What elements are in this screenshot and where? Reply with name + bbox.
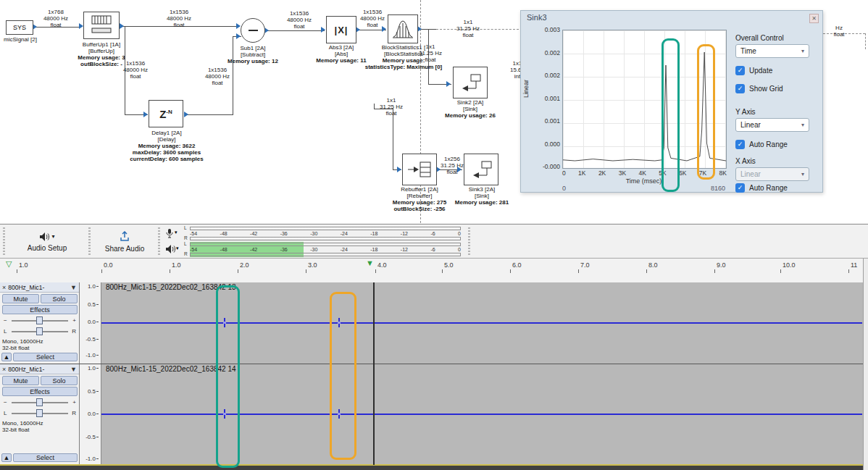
pan-left-label: L	[4, 410, 7, 416]
bufferup-icon	[87, 14, 116, 36]
toolbar-grip[interactable]	[468, 227, 470, 255]
track-2-control-panel: × 800Hz_Mic1- ▼ Mute Solo Effects − + L …	[0, 364, 80, 464]
playback-meter[interactable]: ▾ L R -54 -48 -42 -36 -30 -24 -18 -12 -6	[165, 242, 464, 257]
audio-setup-button[interactable]: ▾ Audio Setup	[10, 227, 84, 256]
pan-slider-thumb[interactable]	[36, 409, 43, 417]
db-label: -36	[280, 246, 288, 253]
track-close-button[interactable]: ×	[2, 283, 6, 292]
track-name[interactable]: 800Hz_Mic1-	[8, 366, 68, 373]
show-grid-checkbox[interactable]: ✓	[735, 84, 745, 93]
update-checkbox-row: ✓ Update	[735, 66, 772, 75]
collapse-button[interactable]: ▲	[1, 353, 12, 361]
playhead-icon[interactable]: ▼	[366, 259, 374, 267]
record-meter[interactable]: ▾ L R -54 -48 -42 -36 -30 -24 -18 -12 -6…	[165, 226, 464, 241]
gain-slider[interactable]: − +	[2, 398, 78, 407]
y-tick: 0.002	[545, 49, 560, 56]
y-scale-dropdown[interactable]: Linear ▾	[735, 118, 809, 132]
delay-block[interactable]: Z-N	[149, 100, 183, 127]
wire-label: 1x25631.25 Hzfloat	[435, 156, 470, 175]
track-1-vertical-ruler[interactable]: 1.0 0.5 0.0 -0.5 -1.0	[80, 282, 101, 364]
amp-tick: -0.5	[85, 336, 99, 343]
db-label: -42	[250, 230, 257, 237]
check-icon: ✓	[738, 140, 743, 148]
audio-setup-label: Audio Setup	[28, 244, 67, 252]
sink3-caption: Sink3 [2A][Sink]Memory usage: 281	[447, 186, 517, 206]
x-range-min: 0	[562, 185, 566, 192]
sys-input-block[interactable]: SYS	[6, 20, 33, 35]
pan-right-label: R	[72, 328, 76, 335]
effects-button[interactable]: Effects	[2, 387, 78, 396]
collapse-button[interactable]: ▲	[1, 453, 12, 462]
track-header[interactable]: × 800Hz_Mic1- ▼	[0, 282, 79, 293]
rebuffer-block[interactable]	[402, 154, 437, 185]
x-scale-dropdown[interactable]: Linear ▾	[735, 167, 809, 181]
vertical-scrollbar[interactable]	[863, 259, 868, 470]
wire-label: 1x153648000 Hzfloat	[159, 9, 199, 28]
check-icon: ✓	[738, 184, 743, 191]
x-tick: 4K	[638, 169, 646, 177]
y-tick: 0.000	[545, 140, 560, 148]
wire-label: Hzfloat	[824, 25, 854, 38]
close-button[interactable]: ✕	[809, 14, 819, 23]
mute-button[interactable]: Mute	[2, 294, 39, 303]
y-tick: -0.000	[543, 163, 560, 170]
wire-segment	[393, 109, 393, 170]
amp-tick: 1.0	[88, 283, 99, 290]
track-header[interactable]: × 800Hz_Mic1- ▼	[0, 364, 79, 374]
update-checkbox[interactable]: ✓	[735, 66, 745, 75]
audacity-toolbar: ▾ Audio Setup Share Audio ▾ L R	[0, 224, 868, 259]
abs-block[interactable]: |X|	[326, 16, 356, 43]
x-range-row: 0 8160	[562, 185, 725, 192]
db-label: -24	[341, 230, 348, 237]
y-axis-section-label: Y Axis	[735, 108, 756, 116]
time-domain-dropdown[interactable]: Time ▾	[735, 44, 809, 58]
mute-button[interactable]: Mute	[2, 376, 39, 385]
chevron-down-icon: ▾	[801, 171, 804, 177]
timeline-label: 7.0	[580, 261, 590, 269]
y-auto-range-label: Auto Range	[749, 140, 788, 148]
dropdown-value: Time	[740, 47, 756, 55]
right-channel-label: R	[184, 235, 188, 240]
track-1[interactable]: × 800Hz_Mic1- ▼ Mute Solo Effects − + L …	[0, 282, 868, 364]
speaker-icon	[165, 244, 176, 257]
track-menu-icon[interactable]: ▼	[70, 283, 77, 292]
timeline-label: 9.0	[717, 261, 726, 269]
y-tick-labels: 0.003 0.002 0.002 0.001 0.001 0.000 -0.0…	[531, 26, 560, 170]
track-2[interactable]: × 800Hz_Mic1- ▼ Mute Solo Effects − + L …	[0, 364, 868, 464]
track-menu-icon[interactable]: ▼	[70, 365, 77, 374]
pan-slider[interactable]: L R	[2, 327, 78, 336]
toolbar-grip[interactable]	[88, 227, 91, 255]
blockstatistics-block[interactable]	[388, 14, 418, 43]
sink2-block[interactable]	[453, 67, 488, 98]
chevron-down-icon: ▾	[51, 233, 54, 240]
x-auto-range-checkbox[interactable]: ✓	[735, 183, 745, 193]
y-axis-title: Linear	[522, 80, 530, 98]
track-name[interactable]: 800Hz_Mic1-	[8, 284, 68, 291]
solo-button[interactable]: Solo	[41, 376, 78, 385]
wire-label: 1x131.25 Hzfloat	[451, 19, 485, 38]
pan-slider[interactable]: L R	[2, 408, 78, 418]
db-label: -42	[250, 246, 257, 253]
effects-button[interactable]: Effects	[2, 305, 78, 314]
timeline-ruler[interactable]: ▽ 1.0 0.0 1.0 2.0 3.0 4.0 5.0 6.0 7.0 8.…	[0, 259, 868, 282]
gain-max-label: +	[72, 399, 76, 406]
toolbar-grip[interactable]	[158, 227, 160, 255]
toolbar-grip[interactable]	[3, 227, 5, 255]
delay-caption: Delay1 [2A][Delay]Memory usage: 3622maxD…	[126, 130, 207, 162]
solo-button[interactable]: Solo	[41, 294, 78, 303]
select-button[interactable]: Select	[13, 353, 78, 361]
share-audio-button[interactable]: Share Audio	[94, 227, 155, 256]
y-auto-range-checkbox[interactable]: ✓	[735, 140, 745, 149]
gain-slider-thumb[interactable]	[36, 316, 43, 324]
track-2-vertical-ruler[interactable]: 1.0 0.5 0.0 -0.5 -1.0	[80, 364, 101, 464]
gain-slider-thumb[interactable]	[36, 398, 43, 406]
db-label: -12	[401, 246, 408, 253]
loop-region-icon[interactable]: ▽	[6, 260, 12, 268]
subtract-block[interactable]	[241, 18, 265, 43]
gain-slider[interactable]: − +	[2, 316, 78, 325]
window-title: Sink3	[527, 13, 547, 22]
select-button[interactable]: Select	[13, 453, 78, 462]
track-close-button[interactable]: ×	[2, 365, 6, 374]
bufferup-block[interactable]	[83, 12, 120, 39]
pan-slider-thumb[interactable]	[36, 327, 43, 335]
